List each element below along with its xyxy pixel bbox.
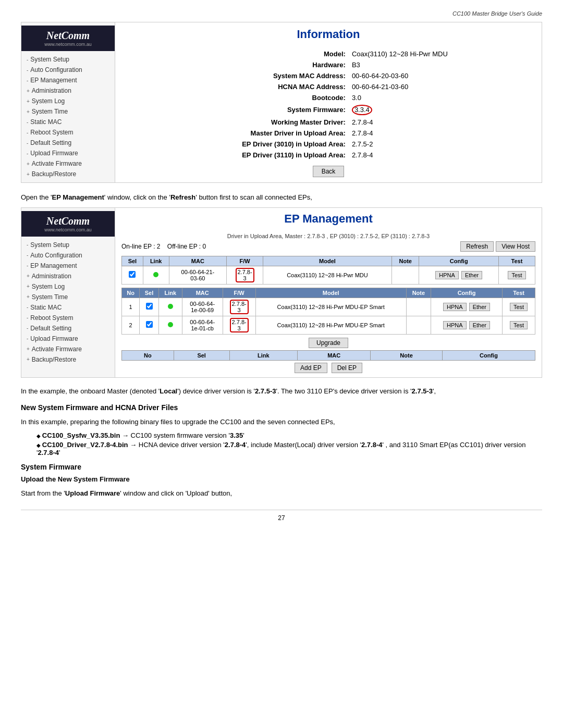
ep-col-fw: F/W bbox=[223, 288, 255, 298]
system-mac-label: System MAC Address: bbox=[126, 70, 349, 81]
ep2-mac: 00-60-64-1e-01-cb bbox=[182, 316, 223, 334]
ep-row-1: 1 00-60-64-1e-00-69 2.7.8-3 Coax(3110) 1… bbox=[122, 298, 535, 316]
ep1-mac: 00-60-64-1e-00-69 bbox=[182, 298, 223, 316]
view-host-button[interactable]: View Host bbox=[496, 241, 535, 252]
refresh-button[interactable]: Refresh bbox=[460, 241, 494, 252]
body-paragraph-1: In the example, the onboard Master (deno… bbox=[21, 386, 542, 397]
sidebar-item-backup-1[interactable]: + Backup/Restore bbox=[21, 169, 115, 179]
ep2-hpna-btn[interactable]: HPNA bbox=[443, 321, 467, 329]
sidebar-item-systime-1[interactable]: + System Time bbox=[21, 106, 115, 117]
hardware-value: B3 bbox=[349, 59, 531, 70]
sidebar-item-admin-2[interactable]: + Administration bbox=[21, 271, 115, 281]
sidebar-item-ep-mgmt-2[interactable]: - EP Management bbox=[21, 261, 115, 271]
upload-subheading: Upload the New System Firmware bbox=[21, 475, 542, 483]
sidebar-item-auto-config-1[interactable]: - Auto Configuration bbox=[21, 65, 115, 75]
ep-devices-table: No Sel Link MAC F/W Model Note Config Te… bbox=[121, 288, 535, 335]
sidebar-item-syslog-2[interactable]: + System Log bbox=[21, 281, 115, 292]
master-sel[interactable] bbox=[122, 266, 143, 284]
master-ether-btn[interactable]: Ether bbox=[461, 271, 482, 279]
sidebar-item-static-mac-2[interactable]: - Static MAC bbox=[21, 302, 115, 313]
upgrade-button[interactable]: Upgrade bbox=[309, 338, 348, 348]
back-button[interactable]: Back bbox=[313, 166, 345, 177]
sidebar-item-activate-fw-2[interactable]: + Activate Firmware bbox=[21, 344, 115, 354]
master-model: Coax(3110) 12~28 Hi-Pwr MDU bbox=[263, 266, 392, 284]
info-table: Model: Coax(3110) 12~28 Hi-Pwr MDU Hardw… bbox=[126, 48, 531, 161]
ep1-fw: 2.7.8-3 bbox=[223, 298, 255, 316]
page-header: CC100 Master Bridge User's Guide bbox=[21, 10, 542, 17]
ep-col-config: Config bbox=[431, 288, 503, 298]
info-sidebar: NetComm www.netcomm.com.au - System Setu… bbox=[21, 22, 115, 182]
footer-col-config: Config bbox=[442, 350, 535, 360]
green-dot-ep1 bbox=[168, 304, 173, 309]
sidebar-item-syslog-1[interactable]: + System Log bbox=[21, 96, 115, 106]
footer-col-no: No bbox=[122, 350, 174, 360]
intro-text: Open the 'EP Management' window, click o… bbox=[21, 192, 542, 203]
ep2-test-btn[interactable]: Test bbox=[510, 321, 528, 329]
ep2-sel[interactable] bbox=[140, 316, 159, 334]
sidebar-item-system-setup-2[interactable]: - System Setup bbox=[21, 240, 115, 250]
col-fw: F/W bbox=[227, 256, 263, 266]
ep-online-status: On-line EP : 2 Off-line EP : 0 bbox=[121, 243, 206, 250]
master-test: Test bbox=[499, 266, 535, 284]
sidebar-item-systime-2[interactable]: + System Time bbox=[21, 292, 115, 302]
master-config: HPNA Ether bbox=[419, 266, 499, 284]
sidebar-logo-1: NetComm www.netcomm.com.au bbox=[21, 26, 115, 51]
ep-col-mac: MAC bbox=[182, 288, 223, 298]
col-link: Link bbox=[143, 256, 169, 266]
sidebar-item-upload-fw-2[interactable]: - Upload Firmware bbox=[21, 334, 115, 344]
sidebar-scroll-1: - System Setup - Auto Configuration - EP… bbox=[21, 54, 115, 179]
firmware-list-item-1: CC100_Sysfw_V3.35.bin → CC100 system fir… bbox=[36, 431, 542, 439]
sidebar-item-static-mac-1[interactable]: - Static MAC bbox=[21, 117, 115, 127]
sidebar-item-reboot-1[interactable]: - Reboot System bbox=[21, 127, 115, 138]
sidebar-item-backup-2[interactable]: + Backup/Restore bbox=[21, 354, 115, 365]
logo-sub-2: www.netcomm.com.au bbox=[26, 227, 111, 232]
ep1-hpna-btn[interactable]: HPNA bbox=[443, 303, 467, 311]
system-fw-highlight: 3.3.4 bbox=[352, 105, 372, 115]
col-mac: MAC bbox=[169, 256, 227, 266]
ep2-link bbox=[158, 316, 182, 334]
system-fw-label: System Firmware: bbox=[126, 103, 349, 117]
sidebar-item-default-2[interactable]: - Default Setting bbox=[21, 323, 115, 334]
ep1-sel[interactable] bbox=[140, 298, 159, 316]
ep-buttons: Refresh View Host bbox=[460, 241, 535, 252]
info-main-content: Information Model: Coax(3110) 12~28 Hi-P… bbox=[115, 22, 542, 182]
master-test-btn[interactable]: Test bbox=[508, 271, 525, 279]
ep-driver-info: Driver in Upload Area, Master : 2.7.8-3 … bbox=[121, 233, 535, 239]
ep2-note bbox=[406, 316, 431, 334]
master-hpna-btn[interactable]: HPNA bbox=[435, 271, 459, 279]
ep2-config: HPNA Ether bbox=[431, 316, 503, 334]
logo-sub-1: www.netcomm.com.au bbox=[26, 42, 111, 47]
ep2-no: 2 bbox=[122, 316, 140, 334]
add-ep-button[interactable]: Add EP bbox=[295, 363, 327, 373]
sidebar-item-admin-1[interactable]: + Administration bbox=[21, 85, 115, 96]
bootcode-value: 3.0 bbox=[349, 92, 531, 103]
ep1-ether-btn[interactable]: Ether bbox=[469, 303, 490, 311]
sidebar-item-reboot-2[interactable]: - Reboot System bbox=[21, 313, 115, 323]
ep3010-value: 2.7.5-2 bbox=[349, 139, 531, 150]
ep3110-label: EP Driver (3110) in Upload Area: bbox=[126, 150, 349, 161]
firmware-intro: In this example, preparing the following… bbox=[21, 417, 542, 428]
logo-text-2: NetComm bbox=[26, 215, 111, 227]
ep-col-no: No bbox=[122, 288, 140, 298]
sidebar-item-activate-fw-1[interactable]: + Activate Firmware bbox=[21, 158, 115, 169]
master-fw: 2.7.8-3 bbox=[227, 266, 263, 284]
sidebar-item-ep-mgmt-1[interactable]: - EP Management bbox=[21, 75, 115, 85]
del-ep-button[interactable]: Del EP bbox=[332, 363, 362, 373]
ep3010-label: EP Driver (3010) in Upload Area: bbox=[126, 139, 349, 150]
ep-col-note: Note bbox=[406, 288, 431, 298]
sidebar-item-upload-fw-1[interactable]: - Upload Firmware bbox=[21, 148, 115, 158]
footer-col-mac: MAC bbox=[298, 350, 371, 360]
info-panel-title: Information bbox=[126, 28, 531, 41]
ep1-test-btn[interactable]: Test bbox=[510, 303, 528, 311]
system-fw-value: 3.3.4 bbox=[349, 103, 531, 117]
sidebar-item-default-1[interactable]: - Default Setting bbox=[21, 138, 115, 148]
master-mac: 00-60-64-21-03-60 bbox=[169, 266, 227, 284]
sidebar-item-auto-config-2[interactable]: - Auto Configuration bbox=[21, 250, 115, 261]
ep-status-row: On-line EP : 2 Off-line EP : 0 Refresh V… bbox=[121, 241, 535, 252]
col-model: Model bbox=[263, 256, 392, 266]
ep-col-sel: Sel bbox=[140, 288, 159, 298]
sidebar-item-system-setup-1[interactable]: - System Setup bbox=[21, 54, 115, 65]
master-link bbox=[143, 266, 169, 284]
ep2-ether-btn[interactable]: Ether bbox=[469, 321, 490, 329]
hcna-mac-value: 00-60-64-21-03-60 bbox=[349, 81, 531, 92]
